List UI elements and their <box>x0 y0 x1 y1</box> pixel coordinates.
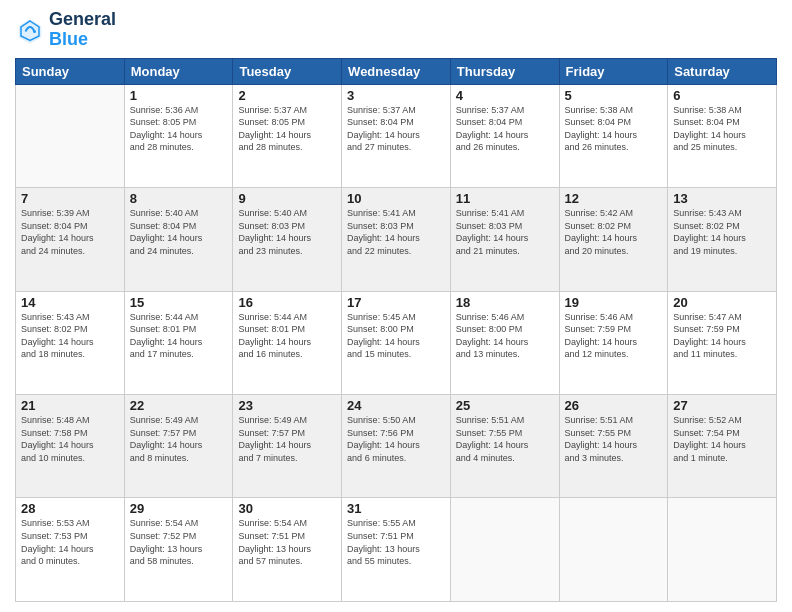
calendar-cell: 13Sunrise: 5:43 AM Sunset: 8:02 PM Dayli… <box>668 188 777 291</box>
calendar-cell <box>668 498 777 602</box>
day-info: Sunrise: 5:38 AM Sunset: 8:04 PM Dayligh… <box>565 104 663 154</box>
day-number: 11 <box>456 191 554 206</box>
day-number: 14 <box>21 295 119 310</box>
calendar-cell: 17Sunrise: 5:45 AM Sunset: 8:00 PM Dayli… <box>342 291 451 394</box>
calendar-day-header: Sunday <box>16 58 125 84</box>
day-info: Sunrise: 5:46 AM Sunset: 7:59 PM Dayligh… <box>565 311 663 361</box>
calendar-cell <box>450 498 559 602</box>
calendar-cell: 27Sunrise: 5:52 AM Sunset: 7:54 PM Dayli… <box>668 395 777 498</box>
day-info: Sunrise: 5:37 AM Sunset: 8:04 PM Dayligh… <box>456 104 554 154</box>
calendar-header-row: SundayMondayTuesdayWednesdayThursdayFrid… <box>16 58 777 84</box>
day-info: Sunrise: 5:41 AM Sunset: 8:03 PM Dayligh… <box>456 207 554 257</box>
day-number: 10 <box>347 191 445 206</box>
day-number: 17 <box>347 295 445 310</box>
calendar-week-row: 28Sunrise: 5:53 AM Sunset: 7:53 PM Dayli… <box>16 498 777 602</box>
day-info: Sunrise: 5:39 AM Sunset: 8:04 PM Dayligh… <box>21 207 119 257</box>
calendar-cell: 4Sunrise: 5:37 AM Sunset: 8:04 PM Daylig… <box>450 84 559 187</box>
calendar-cell: 15Sunrise: 5:44 AM Sunset: 8:01 PM Dayli… <box>124 291 233 394</box>
day-info: Sunrise: 5:44 AM Sunset: 8:01 PM Dayligh… <box>130 311 228 361</box>
day-number: 24 <box>347 398 445 413</box>
calendar-cell: 16Sunrise: 5:44 AM Sunset: 8:01 PM Dayli… <box>233 291 342 394</box>
day-info: Sunrise: 5:49 AM Sunset: 7:57 PM Dayligh… <box>238 414 336 464</box>
calendar-cell: 30Sunrise: 5:54 AM Sunset: 7:51 PM Dayli… <box>233 498 342 602</box>
calendar-cell: 21Sunrise: 5:48 AM Sunset: 7:58 PM Dayli… <box>16 395 125 498</box>
day-number: 27 <box>673 398 771 413</box>
calendar-cell <box>16 84 125 187</box>
day-number: 26 <box>565 398 663 413</box>
calendar-cell: 29Sunrise: 5:54 AM Sunset: 7:52 PM Dayli… <box>124 498 233 602</box>
day-info: Sunrise: 5:54 AM Sunset: 7:51 PM Dayligh… <box>238 517 336 567</box>
day-number: 16 <box>238 295 336 310</box>
day-number: 9 <box>238 191 336 206</box>
day-number: 2 <box>238 88 336 103</box>
day-number: 13 <box>673 191 771 206</box>
day-info: Sunrise: 5:47 AM Sunset: 7:59 PM Dayligh… <box>673 311 771 361</box>
day-number: 31 <box>347 501 445 516</box>
day-number: 30 <box>238 501 336 516</box>
calendar-cell: 7Sunrise: 5:39 AM Sunset: 8:04 PM Daylig… <box>16 188 125 291</box>
day-number: 3 <box>347 88 445 103</box>
calendar-cell: 11Sunrise: 5:41 AM Sunset: 8:03 PM Dayli… <box>450 188 559 291</box>
day-number: 25 <box>456 398 554 413</box>
day-number: 18 <box>456 295 554 310</box>
calendar-day-header: Thursday <box>450 58 559 84</box>
day-info: Sunrise: 5:54 AM Sunset: 7:52 PM Dayligh… <box>130 517 228 567</box>
day-info: Sunrise: 5:51 AM Sunset: 7:55 PM Dayligh… <box>456 414 554 464</box>
day-info: Sunrise: 5:43 AM Sunset: 8:02 PM Dayligh… <box>673 207 771 257</box>
calendar-day-header: Tuesday <box>233 58 342 84</box>
calendar-cell: 25Sunrise: 5:51 AM Sunset: 7:55 PM Dayli… <box>450 395 559 498</box>
day-info: Sunrise: 5:45 AM Sunset: 8:00 PM Dayligh… <box>347 311 445 361</box>
day-number: 22 <box>130 398 228 413</box>
day-info: Sunrise: 5:46 AM Sunset: 8:00 PM Dayligh… <box>456 311 554 361</box>
calendar-cell: 5Sunrise: 5:38 AM Sunset: 8:04 PM Daylig… <box>559 84 668 187</box>
calendar-cell: 2Sunrise: 5:37 AM Sunset: 8:05 PM Daylig… <box>233 84 342 187</box>
day-number: 6 <box>673 88 771 103</box>
day-number: 15 <box>130 295 228 310</box>
logo-text: General Blue <box>49 10 116 50</box>
day-number: 4 <box>456 88 554 103</box>
day-number: 23 <box>238 398 336 413</box>
calendar-day-header: Friday <box>559 58 668 84</box>
calendar-week-row: 21Sunrise: 5:48 AM Sunset: 7:58 PM Dayli… <box>16 395 777 498</box>
calendar-day-header: Wednesday <box>342 58 451 84</box>
day-info: Sunrise: 5:42 AM Sunset: 8:02 PM Dayligh… <box>565 207 663 257</box>
calendar-day-header: Saturday <box>668 58 777 84</box>
day-number: 8 <box>130 191 228 206</box>
calendar-cell: 20Sunrise: 5:47 AM Sunset: 7:59 PM Dayli… <box>668 291 777 394</box>
day-info: Sunrise: 5:43 AM Sunset: 8:02 PM Dayligh… <box>21 311 119 361</box>
day-info: Sunrise: 5:53 AM Sunset: 7:53 PM Dayligh… <box>21 517 119 567</box>
day-number: 12 <box>565 191 663 206</box>
day-number: 28 <box>21 501 119 516</box>
calendar-week-row: 14Sunrise: 5:43 AM Sunset: 8:02 PM Dayli… <box>16 291 777 394</box>
calendar-cell: 6Sunrise: 5:38 AM Sunset: 8:04 PM Daylig… <box>668 84 777 187</box>
day-number: 7 <box>21 191 119 206</box>
calendar-cell: 14Sunrise: 5:43 AM Sunset: 8:02 PM Dayli… <box>16 291 125 394</box>
calendar-table: SundayMondayTuesdayWednesdayThursdayFrid… <box>15 58 777 602</box>
logo: General Blue <box>15 10 116 50</box>
calendar-cell: 10Sunrise: 5:41 AM Sunset: 8:03 PM Dayli… <box>342 188 451 291</box>
day-info: Sunrise: 5:51 AM Sunset: 7:55 PM Dayligh… <box>565 414 663 464</box>
day-info: Sunrise: 5:36 AM Sunset: 8:05 PM Dayligh… <box>130 104 228 154</box>
day-number: 21 <box>21 398 119 413</box>
calendar-cell <box>559 498 668 602</box>
day-info: Sunrise: 5:40 AM Sunset: 8:03 PM Dayligh… <box>238 207 336 257</box>
logo-icon <box>15 15 45 45</box>
calendar-week-row: 7Sunrise: 5:39 AM Sunset: 8:04 PM Daylig… <box>16 188 777 291</box>
calendar-cell: 3Sunrise: 5:37 AM Sunset: 8:04 PM Daylig… <box>342 84 451 187</box>
day-number: 5 <box>565 88 663 103</box>
day-info: Sunrise: 5:38 AM Sunset: 8:04 PM Dayligh… <box>673 104 771 154</box>
calendar-week-row: 1Sunrise: 5:36 AM Sunset: 8:05 PM Daylig… <box>16 84 777 187</box>
calendar-cell: 24Sunrise: 5:50 AM Sunset: 7:56 PM Dayli… <box>342 395 451 498</box>
svg-point-2 <box>33 30 36 33</box>
calendar-cell: 31Sunrise: 5:55 AM Sunset: 7:51 PM Dayli… <box>342 498 451 602</box>
calendar-cell: 19Sunrise: 5:46 AM Sunset: 7:59 PM Dayli… <box>559 291 668 394</box>
day-number: 29 <box>130 501 228 516</box>
day-number: 19 <box>565 295 663 310</box>
day-info: Sunrise: 5:48 AM Sunset: 7:58 PM Dayligh… <box>21 414 119 464</box>
page: General Blue SundayMondayTuesdayWednesda… <box>0 0 792 612</box>
day-number: 1 <box>130 88 228 103</box>
day-info: Sunrise: 5:50 AM Sunset: 7:56 PM Dayligh… <box>347 414 445 464</box>
calendar-cell: 9Sunrise: 5:40 AM Sunset: 8:03 PM Daylig… <box>233 188 342 291</box>
day-info: Sunrise: 5:44 AM Sunset: 8:01 PM Dayligh… <box>238 311 336 361</box>
calendar-cell: 12Sunrise: 5:42 AM Sunset: 8:02 PM Dayli… <box>559 188 668 291</box>
